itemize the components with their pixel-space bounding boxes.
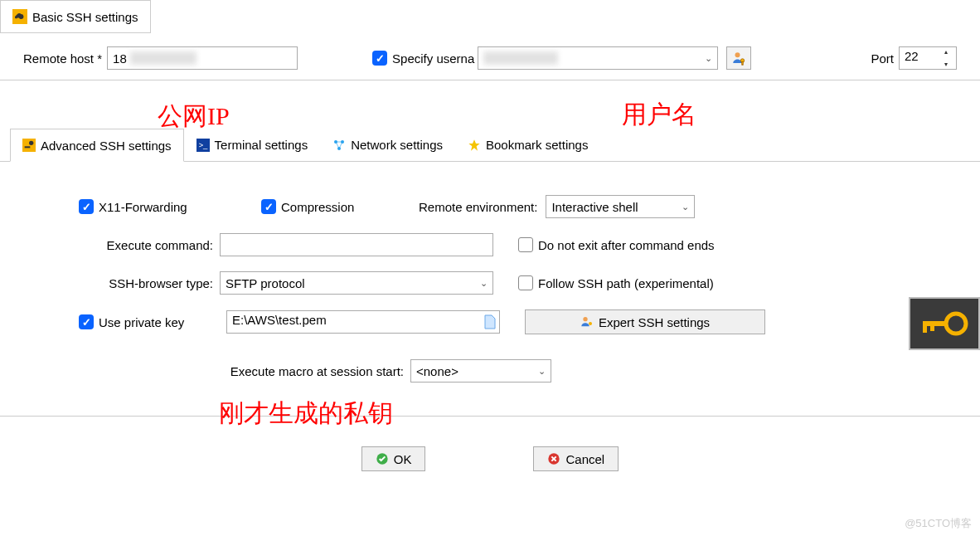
chevron-down-icon: ⌄ — [705, 53, 712, 64]
remote-host-value-redacted — [130, 51, 196, 65]
ssh-browser-select[interactable]: SFTP protocol ⌄ — [220, 271, 493, 295]
key-icon — [12, 9, 27, 24]
remote-env-select[interactable]: Interactive shell ⌄ — [546, 195, 695, 218]
tab-advanced-label: Advanced SSH settings — [41, 139, 172, 153]
basic-settings-row: Remote host * 18 ✓ Specify userna ⌄ Port… — [0, 33, 980, 80]
port-input[interactable]: 22 ▴▾ — [899, 46, 957, 70]
port-label: Port — [871, 51, 894, 66]
remote-host-label: Remote host * — [23, 51, 102, 66]
follow-ssh-checkbox[interactable] — [518, 275, 533, 290]
tab-bookmark-label: Bookmark settings — [486, 138, 588, 152]
svg-point-1 — [735, 52, 740, 57]
svg-marker-12 — [468, 139, 479, 150]
execute-macro-select[interactable]: <none> ⌄ — [410, 359, 551, 383]
port-spinner[interactable]: ▴▾ — [944, 48, 954, 68]
use-private-key-label: Use private key — [99, 315, 184, 329]
use-private-key-checkbox[interactable]: ✓ — [79, 314, 94, 329]
network-icon — [332, 139, 346, 152]
execute-macro-value: <none> — [416, 364, 458, 378]
execute-command-label: Execute command: — [107, 238, 213, 252]
terminal-icon: >_ — [196, 139, 210, 152]
tab-network[interactable]: Network settings — [320, 129, 455, 161]
specify-username-checkbox[interactable]: ✓ — [372, 51, 387, 66]
tab-basic-label: Basic SSH settings — [32, 10, 138, 24]
file-icon — [484, 314, 496, 329]
x11-forwarding-label: X11-Forwarding — [99, 200, 187, 214]
chevron-down-icon: ⌄ — [682, 202, 689, 212]
remote-host-input[interactable]: 18 — [107, 46, 298, 70]
ssh-browser-label: SSH-browser type: — [109, 276, 213, 290]
svg-point-13 — [583, 317, 587, 321]
chevron-down-icon: ⌄ — [538, 366, 546, 377]
cancel-button[interactable]: Cancel — [533, 446, 619, 471]
watermark: @51CTO博客 — [905, 516, 972, 531]
tab-advanced-ssh[interactable]: Advanced SSH settings — [10, 129, 184, 162]
key-icon — [22, 139, 36, 152]
tab-bookmark[interactable]: Bookmark settings — [455, 129, 600, 161]
key-badge — [909, 297, 980, 350]
specify-username-label: Specify userna — [392, 51, 474, 66]
private-key-path-input[interactable]: E:\AWS\test.pem — [226, 310, 500, 334]
svg-rect-4 — [22, 139, 36, 152]
svg-rect-18 — [923, 321, 948, 326]
chevron-down-icon: ⌄ — [480, 278, 488, 289]
execute-macro-label: Execute macro at session start: — [230, 364, 404, 378]
ok-label: OK — [394, 452, 412, 466]
svg-rect-19 — [923, 326, 927, 333]
username-input[interactable]: ⌄ — [478, 46, 718, 70]
key-large-icon — [919, 307, 969, 340]
advanced-tabs: Advanced SSH settings >_ Terminal settin… — [0, 129, 980, 162]
svg-text:>_: >_ — [198, 140, 207, 149]
no-exit-checkbox[interactable] — [518, 237, 533, 252]
remote-env-value: Interactive shell — [551, 200, 638, 214]
svg-point-17 — [946, 314, 966, 334]
annotation-username: 用户名 — [622, 98, 696, 132]
compression-checkbox[interactable]: ✓ — [261, 199, 276, 214]
tab-terminal[interactable]: >_ Terminal settings — [184, 129, 321, 161]
tab-network-label: Network settings — [351, 138, 443, 152]
port-value: 22 — [905, 49, 919, 63]
follow-ssh-label: Follow SSH path (experimental) — [538, 276, 714, 290]
svg-rect-6 — [25, 146, 31, 148]
cancel-icon — [547, 452, 560, 465]
tab-basic-ssh-settings[interactable]: Basic SSH settings — [0, 0, 151, 33]
execute-command-input[interactable] — [220, 233, 493, 256]
ssh-browser-value: SFTP protocol — [226, 276, 305, 290]
svg-rect-3 — [742, 62, 744, 66]
cancel-label: Cancel — [565, 452, 604, 466]
user-credentials-button[interactable] — [726, 46, 751, 70]
x11-forwarding-checkbox[interactable]: ✓ — [79, 199, 94, 214]
tab-terminal-label: Terminal settings — [215, 138, 308, 152]
no-exit-label: Do not exit after command ends — [538, 238, 715, 252]
remote-env-label: Remote environment: — [419, 200, 537, 214]
private-key-path-value: E:\AWS\test.pem — [232, 313, 327, 327]
ok-icon — [376, 452, 389, 465]
compression-label: Compression — [281, 200, 354, 214]
advanced-ssh-panel: ✓ X11-Forwarding ✓ Compression Remote en… — [0, 162, 980, 417]
ok-button[interactable]: OK — [361, 446, 426, 471]
user-key-icon — [731, 51, 746, 66]
svg-point-5 — [29, 141, 33, 145]
expert-ssh-settings-button[interactable]: Expert SSH settings — [525, 309, 765, 334]
dialog-buttons: OK Cancel — [0, 417, 980, 471]
remote-host-value-prefix: 18 — [113, 51, 127, 66]
star-icon — [468, 139, 481, 152]
username-value-redacted — [483, 51, 558, 65]
expert-ssh-label: Expert SSH settings — [599, 315, 710, 329]
user-key-icon — [580, 315, 594, 329]
svg-point-14 — [589, 322, 592, 325]
svg-rect-20 — [930, 326, 934, 331]
